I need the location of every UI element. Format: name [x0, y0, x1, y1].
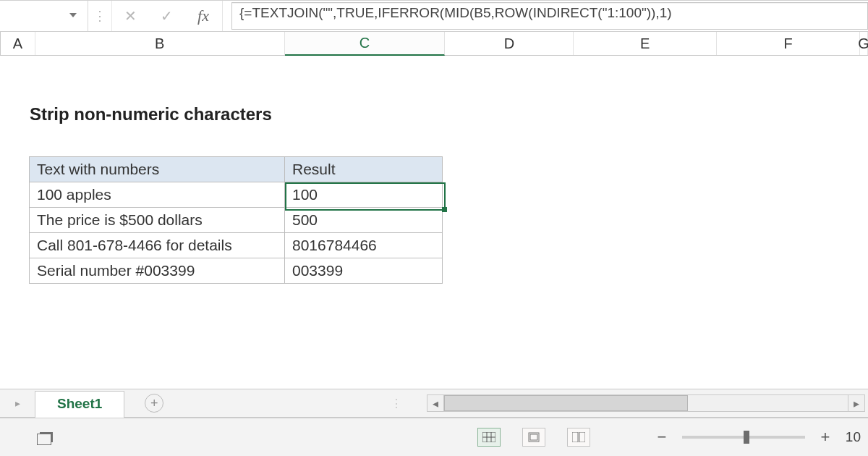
sheet-tab-sheet1[interactable]: Sheet1 [35, 391, 124, 417]
column-header-D[interactable]: D [445, 32, 574, 55]
cell[interactable]: 8016784466 [285, 233, 443, 258]
zoom-value[interactable]: 10 [846, 429, 861, 445]
scroll-right-button[interactable]: ▸ [848, 394, 865, 412]
column-header-G[interactable]: G [860, 32, 868, 55]
cell[interactable]: 500 [285, 208, 443, 233]
table-row[interactable]: The price is $500 dollars 500 [30, 208, 443, 233]
sheet-tab-strip: ▸ Sheet1 + ⋮ ◂ ▸ [0, 389, 868, 418]
zoom-controls: − + 10 [653, 428, 861, 446]
zoom-in-button[interactable]: + [817, 428, 834, 446]
formula-input[interactable]: {=TEXTJOIN("",TRUE,IFERROR(MID(B5,ROW(IN… [231, 2, 868, 30]
column-header-F[interactable]: F [717, 32, 860, 55]
scroll-thumb[interactable] [444, 395, 688, 411]
view-page-layout-button[interactable] [522, 428, 545, 447]
column-header-B[interactable]: B [35, 32, 285, 55]
svg-rect-6 [572, 432, 578, 442]
cell[interactable]: 003399 [285, 258, 443, 284]
worksheet-area[interactable]: Strip non-numeric characters Text with n… [0, 56, 868, 389]
column-header-A[interactable]: A [1, 32, 35, 55]
record-macro-icon[interactable] [40, 432, 53, 442]
cell[interactable]: The price is $500 dollars [30, 208, 285, 233]
name-box[interactable] [0, 1, 88, 31]
table-row[interactable]: Serial number #003399 003399 [30, 258, 443, 284]
tab-resize-grip-icon[interactable]: ⋮ [391, 397, 404, 410]
page-title: Strip non-numeric characters [30, 104, 272, 124]
formula-cancel-button[interactable]: ✕ [112, 1, 148, 31]
zoom-slider[interactable] [682, 436, 805, 439]
horizontal-scrollbar[interactable]: ◂ ▸ [427, 395, 865, 411]
fill-handle[interactable] [442, 207, 447, 212]
tab-scroll-button[interactable]: ▸ [0, 397, 35, 409]
scroll-left-button[interactable]: ◂ [427, 394, 444, 412]
formula-enter-button[interactable]: ✓ [148, 1, 184, 31]
column-header-E[interactable]: E [574, 32, 717, 55]
table-row[interactable]: Call 801-678-4466 for details 8016784466 [30, 233, 443, 258]
cell[interactable]: Serial number #003399 [30, 258, 285, 284]
table-header[interactable]: Text with numbers [30, 157, 285, 182]
insert-function-button[interactable]: fx [184, 1, 223, 31]
formula-bar-divider-icon: ⋮ [88, 1, 112, 31]
status-bar: − + 10 [0, 418, 868, 456]
svg-rect-7 [579, 432, 585, 442]
zoom-slider-knob[interactable] [744, 431, 749, 444]
add-sheet-button[interactable]: + [145, 394, 163, 413]
name-box-dropdown-icon[interactable] [69, 9, 77, 22]
zoom-out-button[interactable]: − [653, 428, 671, 446]
column-headers: ABCDEFG [0, 32, 868, 56]
data-table: Text with numbers Result 100 apples 100 … [29, 156, 443, 284]
view-page-break-button[interactable] [567, 428, 590, 447]
cell[interactable]: 100 [285, 182, 443, 208]
table-row[interactable]: 100 apples 100 [30, 182, 443, 208]
svg-rect-5 [530, 434, 537, 440]
scroll-track[interactable] [444, 394, 848, 412]
cell[interactable]: 100 apples [30, 182, 285, 208]
view-normal-button[interactable] [477, 428, 501, 447]
table-header[interactable]: Result [285, 157, 443, 182]
cell[interactable]: Call 801-678-4466 for details [30, 233, 285, 258]
formula-bar: ⋮ ✕ ✓ fx {=TEXTJOIN("",TRUE,IFERROR(MID(… [0, 0, 868, 32]
column-header-C[interactable]: C [285, 32, 446, 56]
